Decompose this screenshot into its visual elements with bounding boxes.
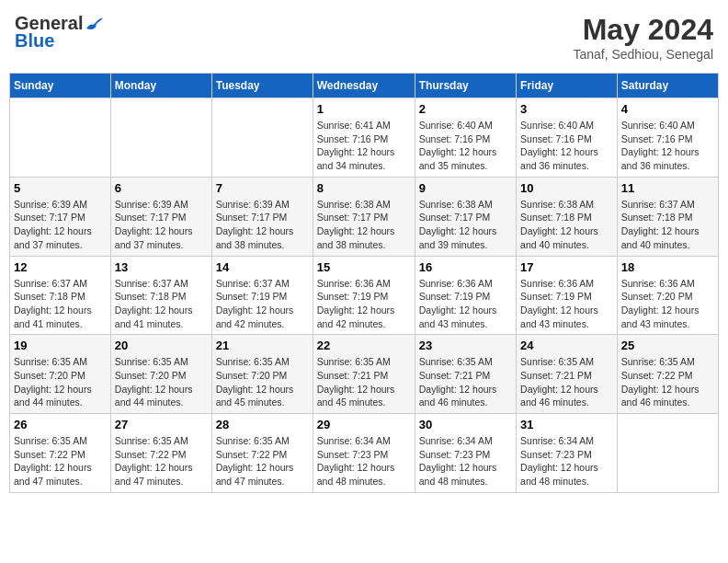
day-cell xyxy=(211,98,313,178)
day-number: 17 xyxy=(520,260,613,274)
day-number: 19 xyxy=(14,339,107,352)
day-info: Sunrise: 6:38 AMSunset: 7:18 PMDaylight:… xyxy=(520,198,613,252)
day-info: Sunrise: 6:36 AMSunset: 7:19 PMDaylight:… xyxy=(520,277,613,331)
col-header-saturday: Saturday xyxy=(617,74,718,98)
day-cell: 24Sunrise: 6:35 AMSunset: 7:21 PMDayligh… xyxy=(517,335,618,414)
day-info: Sunrise: 6:35 AMSunset: 7:21 PMDaylight:… xyxy=(317,355,411,409)
day-number: 1 xyxy=(317,102,411,116)
logo-blue-text: Blue xyxy=(15,30,54,52)
day-cell: 28Sunrise: 6:35 AMSunset: 7:22 PMDayligh… xyxy=(211,414,313,493)
day-cell: 14Sunrise: 6:37 AMSunset: 7:19 PMDayligh… xyxy=(211,256,313,335)
col-header-thursday: Thursday xyxy=(415,74,516,98)
day-cell: 29Sunrise: 6:34 AMSunset: 7:23 PMDayligh… xyxy=(313,414,415,493)
col-header-tuesday: Tuesday xyxy=(211,74,313,98)
day-info: Sunrise: 6:35 AMSunset: 7:20 PMDaylight:… xyxy=(216,355,309,409)
day-info: Sunrise: 6:35 AMSunset: 7:21 PMDaylight:… xyxy=(419,355,512,409)
day-number: 2 xyxy=(419,102,512,116)
day-number: 15 xyxy=(317,260,411,274)
day-number: 26 xyxy=(14,418,107,431)
day-info: Sunrise: 6:38 AMSunset: 7:17 PMDaylight:… xyxy=(317,198,411,252)
day-cell xyxy=(617,414,718,493)
day-info: Sunrise: 6:38 AMSunset: 7:17 PMDaylight:… xyxy=(419,198,512,252)
page-header: General Blue May 2024 Tanaf, Sedhiou, Se… xyxy=(9,9,719,65)
title-area: May 2024 Tanaf, Sedhiou, Senegal xyxy=(573,13,713,62)
day-cell: 27Sunrise: 6:35 AMSunset: 7:22 PMDayligh… xyxy=(110,414,211,493)
day-info: Sunrise: 6:41 AMSunset: 7:16 PMDaylight:… xyxy=(317,119,411,173)
col-header-monday: Monday xyxy=(110,74,211,98)
day-info: Sunrise: 6:40 AMSunset: 7:16 PMDaylight:… xyxy=(621,119,714,173)
day-info: Sunrise: 6:39 AMSunset: 7:17 PMDaylight:… xyxy=(216,198,309,252)
day-info: Sunrise: 6:34 AMSunset: 7:23 PMDaylight:… xyxy=(419,434,512,488)
day-cell: 20Sunrise: 6:35 AMSunset: 7:20 PMDayligh… xyxy=(110,335,211,414)
day-number: 29 xyxy=(317,418,411,431)
day-cell: 30Sunrise: 6:34 AMSunset: 7:23 PMDayligh… xyxy=(415,414,516,493)
day-number: 6 xyxy=(115,181,208,195)
day-cell: 15Sunrise: 6:36 AMSunset: 7:19 PMDayligh… xyxy=(313,256,415,335)
day-info: Sunrise: 6:35 AMSunset: 7:22 PMDaylight:… xyxy=(216,434,309,488)
day-cell: 1Sunrise: 6:41 AMSunset: 7:16 PMDaylight… xyxy=(313,98,415,178)
day-cell: 31Sunrise: 6:34 AMSunset: 7:23 PMDayligh… xyxy=(517,414,618,493)
day-cell xyxy=(10,98,111,178)
day-info: Sunrise: 6:36 AMSunset: 7:20 PMDaylight:… xyxy=(621,277,714,331)
week-row-3: 12Sunrise: 6:37 AMSunset: 7:18 PMDayligh… xyxy=(10,256,719,335)
day-number: 31 xyxy=(520,418,613,431)
week-row-4: 19Sunrise: 6:35 AMSunset: 7:20 PMDayligh… xyxy=(10,335,719,414)
day-cell: 10Sunrise: 6:38 AMSunset: 7:18 PMDayligh… xyxy=(517,177,618,256)
day-cell: 13Sunrise: 6:37 AMSunset: 7:18 PMDayligh… xyxy=(110,256,211,335)
day-info: Sunrise: 6:37 AMSunset: 7:19 PMDaylight:… xyxy=(216,277,309,331)
day-cell: 12Sunrise: 6:37 AMSunset: 7:18 PMDayligh… xyxy=(10,256,111,335)
day-number: 4 xyxy=(621,102,714,116)
day-cell: 22Sunrise: 6:35 AMSunset: 7:21 PMDayligh… xyxy=(313,335,415,414)
day-info: Sunrise: 6:35 AMSunset: 7:22 PMDaylight:… xyxy=(115,434,208,488)
day-cell: 11Sunrise: 6:37 AMSunset: 7:18 PMDayligh… xyxy=(617,177,718,256)
calendar-subtitle: Tanaf, Sedhiou, Senegal xyxy=(573,47,713,62)
day-number: 14 xyxy=(216,260,309,274)
day-number: 25 xyxy=(621,339,714,352)
day-info: Sunrise: 6:37 AMSunset: 7:18 PMDaylight:… xyxy=(115,277,208,331)
day-number: 23 xyxy=(419,339,512,352)
day-info: Sunrise: 6:37 AMSunset: 7:18 PMDaylight:… xyxy=(14,277,107,331)
day-number: 18 xyxy=(621,260,714,274)
col-header-wednesday: Wednesday xyxy=(313,74,415,98)
day-cell: 25Sunrise: 6:35 AMSunset: 7:22 PMDayligh… xyxy=(617,335,718,414)
day-cell: 9Sunrise: 6:38 AMSunset: 7:17 PMDaylight… xyxy=(415,177,516,256)
logo: General Blue xyxy=(15,13,105,52)
day-number: 27 xyxy=(115,418,208,431)
day-info: Sunrise: 6:34 AMSunset: 7:23 PMDaylight:… xyxy=(520,434,613,488)
day-cell: 23Sunrise: 6:35 AMSunset: 7:21 PMDayligh… xyxy=(415,335,516,414)
day-info: Sunrise: 6:37 AMSunset: 7:18 PMDaylight:… xyxy=(621,198,714,252)
col-header-sunday: Sunday xyxy=(10,74,111,98)
day-number: 10 xyxy=(520,181,613,195)
day-info: Sunrise: 6:35 AMSunset: 7:21 PMDaylight:… xyxy=(520,355,613,409)
calendar-title: May 2024 xyxy=(573,13,713,47)
day-cell: 5Sunrise: 6:39 AMSunset: 7:17 PMDaylight… xyxy=(10,177,111,256)
day-number: 11 xyxy=(621,181,714,195)
day-number: 30 xyxy=(419,418,512,431)
day-number: 5 xyxy=(14,181,107,195)
day-number: 7 xyxy=(216,181,309,195)
day-number: 9 xyxy=(419,181,512,195)
week-row-5: 26Sunrise: 6:35 AMSunset: 7:22 PMDayligh… xyxy=(10,414,719,493)
week-row-1: 1Sunrise: 6:41 AMSunset: 7:16 PMDaylight… xyxy=(10,98,719,178)
day-number: 3 xyxy=(520,102,613,116)
day-number: 20 xyxy=(115,339,208,352)
day-cell: 17Sunrise: 6:36 AMSunset: 7:19 PMDayligh… xyxy=(517,256,618,335)
header-row: SundayMondayTuesdayWednesdayThursdayFrid… xyxy=(10,74,719,98)
day-number: 13 xyxy=(115,260,208,274)
day-info: Sunrise: 6:39 AMSunset: 7:17 PMDaylight:… xyxy=(14,198,107,252)
day-number: 22 xyxy=(317,339,411,352)
day-cell: 3Sunrise: 6:40 AMSunset: 7:16 PMDaylight… xyxy=(517,98,618,178)
day-cell: 26Sunrise: 6:35 AMSunset: 7:22 PMDayligh… xyxy=(10,414,111,493)
col-header-friday: Friday xyxy=(517,74,618,98)
day-info: Sunrise: 6:40 AMSunset: 7:16 PMDaylight:… xyxy=(419,119,512,173)
day-number: 28 xyxy=(216,418,309,431)
logo-bird-icon xyxy=(85,16,105,32)
day-cell: 7Sunrise: 6:39 AMSunset: 7:17 PMDaylight… xyxy=(211,177,313,256)
day-cell: 4Sunrise: 6:40 AMSunset: 7:16 PMDaylight… xyxy=(617,98,718,178)
day-number: 12 xyxy=(14,260,107,274)
week-row-2: 5Sunrise: 6:39 AMSunset: 7:17 PMDaylight… xyxy=(10,177,719,256)
day-cell: 2Sunrise: 6:40 AMSunset: 7:16 PMDaylight… xyxy=(415,98,516,178)
day-cell: 6Sunrise: 6:39 AMSunset: 7:17 PMDaylight… xyxy=(110,177,211,256)
day-info: Sunrise: 6:35 AMSunset: 7:22 PMDaylight:… xyxy=(14,434,107,488)
day-info: Sunrise: 6:36 AMSunset: 7:19 PMDaylight:… xyxy=(317,277,411,331)
